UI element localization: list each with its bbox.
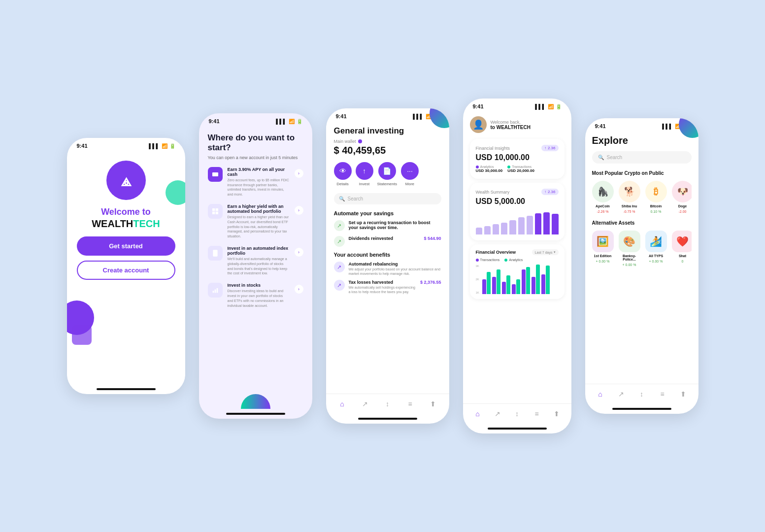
status-bar-2: 9:41 ▌▌▌ 📶 🔋 [199, 113, 312, 126]
nav-home-5[interactable]: ⌂ [596, 389, 605, 399]
nav-list-4[interactable]: ≡ [532, 409, 542, 419]
alt-icon-4: ❤️ [672, 231, 692, 252]
wealth-amount: USD 5,000.00 [476, 197, 559, 206]
list-item: Earn a higher yield with an automated bo… [208, 204, 303, 239]
nav-upload-3[interactable]: ⬆ [428, 399, 438, 409]
action-statements[interactable]: 📄 Statements [377, 162, 397, 186]
analytics-value: USD 30,000.00 [476, 168, 503, 173]
investing-content: General investing Main wallet $ 40,459,6… [326, 121, 449, 394]
alt-1st-edition[interactable]: 🖼️ 1st Edition + 0.00 % [592, 231, 614, 266]
nav-share-5[interactable]: ↗ [616, 389, 626, 399]
nav-chart-4[interactable]: ↕ [512, 409, 522, 419]
chart-group-5 [532, 265, 540, 294]
get-started-button[interactable]: Get started [77, 236, 175, 256]
avatar: 👤 [470, 116, 487, 133]
wealth-summary-card: Wealth Summary ↑ 2.36 USD 5,000.00 [470, 183, 565, 240]
chart-bar-purple-4 [522, 269, 526, 294]
nav-list-3[interactable]: ≡ [405, 399, 415, 409]
svg-rect-4 [212, 212, 215, 214]
benefits-amount-2: $ 2,376.55 [420, 280, 441, 285]
wealth-bar-7 [535, 213, 541, 234]
chart-group-1 [492, 269, 500, 294]
item-text-2: Earn a higher yield with an automated bo… [228, 204, 290, 239]
savings-text-1: Set up a recurring transaction to boost … [349, 220, 441, 231]
action-details[interactable]: 👁 Details [334, 162, 352, 186]
alt-icon-1: 🖼️ [592, 231, 614, 252]
search-bar-3[interactable]: 🔍 Search [334, 193, 441, 204]
alt-all-typs[interactable]: 🏄 All TYPS + 0.00 % [645, 231, 667, 266]
nav-home-3[interactable]: ⌂ [337, 399, 347, 409]
nav-share-4[interactable]: ↗ [493, 409, 502, 419]
benefits-arrow-1: ↗ [334, 262, 345, 272]
wealth-title: Wealth Summary [476, 190, 510, 195]
overview-legend: Transactions Analytics [476, 258, 559, 262]
phone-explore: 9:41 ▌▌▌ 📶 🔋 Explore 🔍 Search Most Popul… [585, 118, 698, 414]
item-icon-3 [208, 246, 223, 261]
alt-shat[interactable]: ❤️ Shat 0 [672, 231, 692, 266]
overview-filter[interactable]: Last 7 days ▾ [532, 249, 559, 255]
wealth-badge: ↑ 2.36 [541, 189, 559, 195]
overview-chart [482, 265, 550, 294]
savings-amount-2: $ 544.90 [424, 236, 441, 241]
badge-arrow: ↑ [544, 146, 546, 150]
overview-header: Financial Overview Last 7 days ▾ [476, 249, 559, 255]
home-indicator-3 [358, 418, 417, 420]
nav-list-5[interactable]: ≡ [658, 389, 667, 399]
more-icon: ··· [401, 162, 419, 180]
crypto-bitcoin[interactable]: ₿ Bitcoin 0.10 % [645, 181, 667, 213]
shiba-change: -0.75 % [623, 210, 635, 213]
alt-icon-2: 🎨 [619, 231, 640, 252]
time-1: 9:41 [77, 143, 88, 149]
nav-home-4[interactable]: ⌂ [473, 409, 483, 419]
nav-upload-4[interactable]: ⬆ [552, 409, 562, 419]
nav-share-3[interactable]: ↗ [360, 399, 370, 409]
apecoin-name: ApeCoin [596, 204, 610, 208]
details-icon: 👁 [334, 162, 352, 180]
wealth-bar-chart [476, 210, 559, 234]
create-account-button[interactable]: Create account [77, 261, 175, 280]
transactions-label: Transactions [507, 165, 534, 168]
crypto-apecoin[interactable]: 🦍 ApeCoin -2.26 % [592, 181, 614, 213]
shiba-icon: 🐕 [619, 181, 640, 202]
doge-change: -2.00 [679, 210, 687, 213]
chevron-icon-2[interactable]: › [295, 206, 303, 215]
benefits-item-1: ↗ Automated rebalancing We adjust your p… [334, 262, 441, 276]
action-invest[interactable]: ↑ Invest [356, 162, 373, 186]
nav-chart-5[interactable]: ↕ [637, 389, 647, 399]
chart-group-2 [502, 275, 510, 294]
welcome-text-block: Welcome back, to WEALTHTECH [491, 120, 531, 130]
wealth-bar-0 [476, 228, 482, 234]
chevron-down-icon: ▾ [554, 250, 556, 254]
battery-icon: 🔋 [169, 143, 175, 149]
savings-section-title: Automate your savings [334, 210, 441, 216]
action-more[interactable]: ··· More [401, 162, 419, 186]
search-placeholder-5: Search [607, 155, 623, 160]
item-text-3: Invest in an automated index portfolio W… [228, 246, 290, 276]
chevron-icon-4[interactable]: › [295, 285, 303, 294]
nav-upload-5[interactable]: ⬆ [678, 389, 688, 399]
chart-bar-teal-4 [526, 267, 530, 294]
crypto-shiba[interactable]: 🐕 Shiba Inu -0.75 % [619, 181, 640, 213]
statements-icon: 📄 [378, 162, 396, 180]
nav-chart-3[interactable]: ↕ [383, 399, 393, 409]
deco-rainbow [241, 394, 270, 409]
search-bar-5[interactable]: 🔍 Search [592, 151, 692, 164]
chevron-icon-1[interactable]: › [295, 169, 303, 178]
alt-assets-row: 🖼️ 1st Edition + 0.00 % 🎨 Banksy-Police.… [592, 231, 692, 266]
phone-dashboard: 9:41 ▌▌▌ 📶 🔋 👤 Welcome back, to WEALTHTE… [463, 99, 571, 433]
chevron-icon-3[interactable]: › [295, 248, 303, 257]
alt-banksy[interactable]: 🎨 Banksy-Police... + 0.00 % [619, 231, 640, 266]
crypto-doge[interactable]: 🐶 Doge -2.00 [672, 181, 692, 213]
item-icon-2 [208, 204, 223, 219]
deco-square-1 [72, 325, 92, 345]
bottom-nav-3: ⌂ ↗ ↕ ≡ ⬆ [326, 394, 449, 414]
wealth-badge-arrow: ↑ [544, 190, 546, 194]
legend-label-analytics: Analytics [509, 258, 523, 262]
welcome-heading: Welcome to WEALTHTECH [92, 207, 160, 230]
home-indicator-5 [612, 408, 671, 410]
item-text-1: Earn 3.90% APY on all your cash Zero acc… [228, 167, 290, 197]
alt-change-3: + 0.00 % [649, 260, 663, 263]
doge-name: Doge [678, 204, 687, 208]
popular-label: Most Popular Crypto on Public [592, 170, 692, 176]
statements-label: Statements [377, 182, 397, 186]
